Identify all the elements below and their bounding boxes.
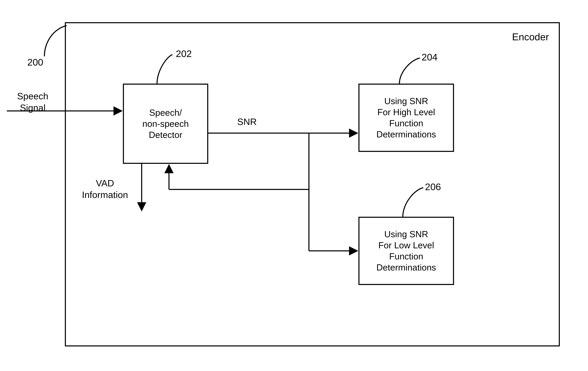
callout-206 [403,188,423,217]
callout-204 [399,58,420,84]
callout-202 [157,55,172,84]
diagram-lines [0,0,588,371]
callout-200 [44,26,67,56]
